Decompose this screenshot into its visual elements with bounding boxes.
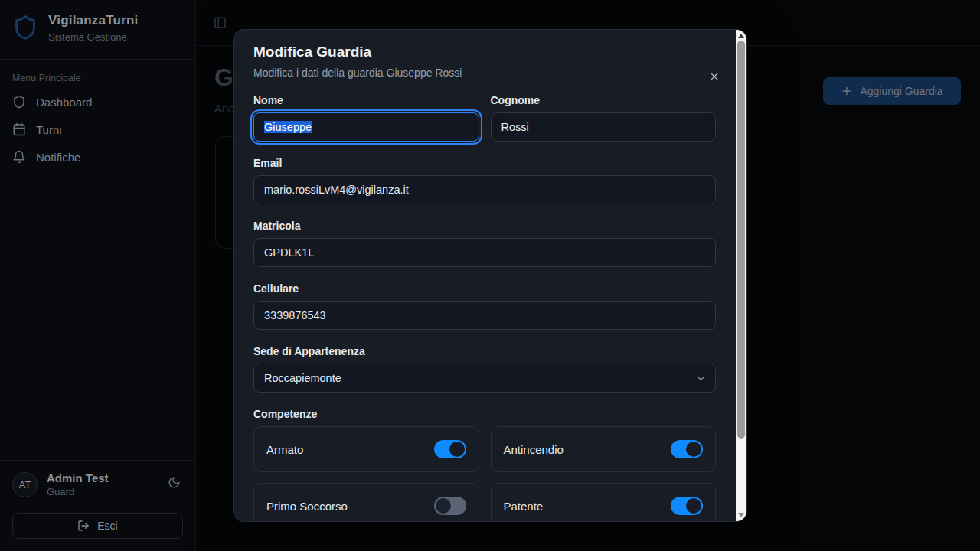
toggle-knob xyxy=(436,498,451,514)
nome-input[interactable]: Giuseppe xyxy=(253,112,479,142)
armato-toggle[interactable] xyxy=(434,440,466,458)
scrollbar-up-arrow-icon[interactable] xyxy=(738,34,744,38)
app-title: VigilanzaTurni xyxy=(48,13,138,28)
competenze-label: Competenze xyxy=(253,408,716,420)
sede-selected-value: Roccapiemonte xyxy=(264,372,341,384)
page-subtitle: Ana xyxy=(214,102,235,115)
moon-theme-icon[interactable] xyxy=(168,476,181,489)
sidebar: VigilanzaTurni Sistema Gestione Menu Pri… xyxy=(0,0,196,551)
toggle-knob xyxy=(686,442,701,457)
sidebar-toggle-icon[interactable] xyxy=(214,16,227,29)
sidebar-user-section: AT Admin Test Guard Esci xyxy=(0,460,195,551)
sidebar-item-label: Notifiche xyxy=(36,151,80,164)
add-guard-label: Aggiungi Guardia xyxy=(860,85,942,97)
user-name: Admin Test xyxy=(47,471,109,484)
email-input[interactable] xyxy=(253,175,716,204)
page-title: G xyxy=(214,64,234,92)
logout-button[interactable]: Esci xyxy=(12,513,183,539)
patente-toggle[interactable] xyxy=(671,497,703,515)
add-guard-button[interactable]: Aggiungi Guardia xyxy=(823,77,961,105)
sidebar-item-label: Dashboard xyxy=(36,96,92,109)
shield-icon xyxy=(12,95,26,109)
sidebar-item-notifiche[interactable]: Notifiche xyxy=(0,143,195,171)
calendar-icon xyxy=(12,122,26,136)
competenza-armato-card[interactable]: Armato xyxy=(253,426,479,472)
primo-soccorso-toggle[interactable] xyxy=(434,497,466,515)
scrollbar-down-arrow-icon[interactable] xyxy=(738,513,744,517)
competenze-grid: Armato Antincendio Primo Soccorso Patent… xyxy=(253,426,716,521)
modal-title: Modifica Guardia xyxy=(253,44,716,60)
competenza-antincendio-card[interactable]: Antincendio xyxy=(491,426,717,472)
avatar: AT xyxy=(12,472,38,497)
cognome-input[interactable] xyxy=(491,112,717,142)
sidebar-nav: Dashboard Turni Notifiche xyxy=(0,88,195,171)
antincendio-toggle[interactable] xyxy=(671,440,703,458)
bell-icon xyxy=(12,150,26,164)
matricola-label: Matricola xyxy=(253,220,716,232)
toggle-knob xyxy=(449,442,465,457)
scrollbar-thumb[interactable] xyxy=(737,41,745,439)
modal-subtitle: Modifica i dati della guardia Giuseppe R… xyxy=(253,67,716,79)
sidebar-item-label: Turni xyxy=(36,123,62,136)
sede-label: Sede di Appartenenza xyxy=(253,345,716,357)
cognome-label: Cognome xyxy=(491,94,717,106)
competenza-patente-card[interactable]: Patente xyxy=(491,483,717,521)
nome-selected-text: Giuseppe xyxy=(264,121,312,133)
user-role: Guard xyxy=(47,486,109,497)
toggle-knob xyxy=(686,498,701,514)
cellulare-label: Cellulare xyxy=(253,282,716,295)
menu-section-label: Menu Principale xyxy=(12,73,183,83)
logout-icon xyxy=(77,520,90,532)
sidebar-item-turni[interactable]: Turni xyxy=(0,116,195,143)
email-label: Email xyxy=(253,157,716,169)
cellulare-input[interactable] xyxy=(253,301,716,330)
shield-logo-icon xyxy=(12,15,38,41)
competenza-primo-soccorso-card[interactable]: Primo Soccorso xyxy=(253,483,479,521)
logout-label: Esci xyxy=(97,520,117,532)
edit-guard-modal: Modifica Guardia Modifica i dati della g… xyxy=(233,29,747,522)
matricola-input[interactable] xyxy=(253,238,716,267)
sidebar-item-dashboard[interactable]: Dashboard xyxy=(0,88,195,116)
nome-label: Nome xyxy=(253,94,479,106)
sede-select[interactable]: Roccapiemonte xyxy=(253,364,716,393)
app-subtitle: Sistema Gestione xyxy=(48,31,138,43)
modal-scrollbar[interactable] xyxy=(736,30,746,521)
close-icon[interactable] xyxy=(708,70,722,83)
app-logo-row: VigilanzaTurni Sistema Gestione xyxy=(0,0,195,60)
plus-icon xyxy=(841,85,853,97)
